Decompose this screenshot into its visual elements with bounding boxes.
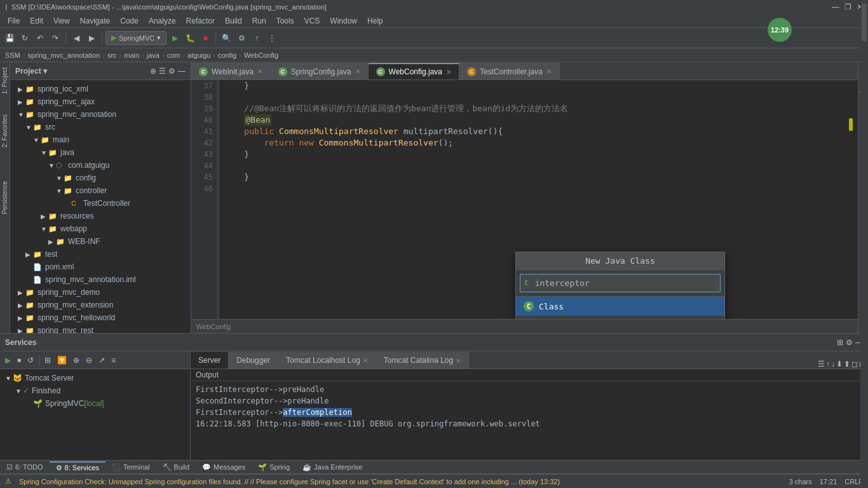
toolbar-undo[interactable]: ↶ — [33, 31, 47, 45]
menu-file[interactable]: File — [3, 15, 25, 27]
services-toolbar-filter[interactable]: 🔽 — [55, 355, 69, 366]
tree-item-webinf[interactable]: ▶ 📁 WEB-INF — [10, 235, 191, 248]
toolbar-vcs[interactable]: ↑ — [250, 31, 264, 45]
menu-analyze[interactable]: Analyze — [144, 15, 181, 27]
breadcrumb-ssm[interactable]: SSM — [5, 51, 20, 59]
toolbar-search[interactable]: 🔍 — [219, 31, 233, 45]
log-tab-tomcat-localhost[interactable]: Tomcat Localhost Log ✕ — [278, 352, 376, 369]
run-config-dropdown[interactable]: ▶ SpringMVC ▾ — [105, 31, 166, 45]
toolbar-forward[interactable]: ▶ — [85, 31, 98, 45]
services-toolbar-stop[interactable]: ■ — [15, 355, 24, 365]
services-toolbar-move[interactable]: ↗ — [96, 355, 107, 366]
log-toolbar-icon4[interactable]: ⬇ — [836, 360, 843, 369]
services-icon-layout[interactable]: ⊞ — [837, 338, 843, 347]
sidebar-tab-persistence[interactable]: Persistence — [0, 179, 10, 217]
panel-icon-settings[interactable]: ⚙ — [168, 67, 175, 76]
menu-run[interactable]: Run — [247, 15, 271, 27]
menu-build[interactable]: Build — [220, 15, 247, 27]
toolbar-redo[interactable]: ↷ — [48, 31, 62, 45]
menu-help[interactable]: Help — [362, 15, 388, 27]
services-tree-springmvc[interactable]: 🌱 SpringMVC [local] — [0, 397, 190, 410]
tree-item-spring-ajax[interactable]: ▶ 📁 spring_mvc_ajax — [10, 95, 191, 108]
panel-icon-locate[interactable]: ⊕ — [150, 67, 156, 76]
panel-icon-minimize[interactable]: — — [178, 67, 186, 76]
toolbar-stop[interactable]: ■ — [198, 31, 212, 45]
toolbar-run[interactable]: ▶ — [168, 31, 182, 45]
tree-item-extension[interactable]: ▶ 📁 spring_mvc_extension — [10, 299, 191, 311]
toolbar-settings[interactable]: ⚙ — [234, 31, 248, 45]
title-bar-right[interactable]: — ❐ ✕ — [832, 3, 863, 11]
log-tab-tomcat-localhost-close[interactable]: ✕ — [363, 357, 368, 364]
menu-code[interactable]: Code — [115, 15, 144, 27]
minimize-button[interactable]: — — [832, 3, 839, 11]
tree-item-com-atguigu[interactable]: ▼ ⬡ com.atguigu — [10, 159, 191, 172]
services-toolbar-log[interactable]: ≡ — [109, 355, 118, 366]
menu-refactor[interactable]: Refactor — [181, 15, 220, 27]
tab-close-webinit[interactable]: ✕ — [257, 68, 262, 75]
tab-close-webconfig[interactable]: ✕ — [446, 69, 451, 76]
services-toolbar-group[interactable]: ⊞ — [42, 355, 53, 366]
tree-item-rest[interactable]: ▶ 📁 spring_mvc_rest — [10, 324, 191, 333]
tab-webconfig[interactable]: C WebConfig.java ✕ — [369, 63, 460, 79]
bottom-tab-terminal[interactable]: ⬛ Terminal — [105, 462, 156, 473]
tree-item-iml[interactable]: 📄 spring_mvc_annotation.iml — [10, 273, 191, 286]
tree-item-resources[interactable]: ▶ 📁 resources — [10, 210, 191, 222]
log-toolbar-icon1[interactable]: ☰ — [818, 360, 825, 369]
panel-icon-expand[interactable]: ☰ — [159, 67, 166, 76]
breadcrumb-main[interactable]: main — [124, 51, 139, 59]
breadcrumb-java[interactable]: java — [147, 51, 159, 59]
menu-vcs[interactable]: VCS — [299, 15, 325, 27]
toolbar-back[interactable]: ◀ — [69, 31, 83, 45]
services-toolbar-collapse[interactable]: ⊖ — [83, 355, 95, 366]
tab-springconfig[interactable]: C SpringConfig.java ✕ — [271, 63, 369, 79]
tree-item-controller[interactable]: ▼ 📁 controller — [10, 184, 191, 197]
log-tab-tomcat-catalina-close[interactable]: ✕ — [456, 357, 461, 364]
log-toolbar-icon6[interactable]: ◻ — [851, 360, 858, 369]
tab-webinit[interactable]: C WebInit.java ✕ — [191, 63, 271, 79]
log-tab-tomcat-catalina[interactable]: Tomcat Catalina Log ✕ — [376, 352, 469, 369]
toolbar-sync[interactable]: ↻ — [18, 31, 32, 45]
menu-tools[interactable]: Tools — [271, 15, 299, 27]
dialog-name-input[interactable] — [531, 276, 716, 290]
tree-item-spring-ioc[interactable]: ▶ 📁 spring_ioc_xml — [10, 83, 191, 95]
breadcrumb-config[interactable]: config — [218, 51, 236, 59]
dialog-item-interface[interactable]: I Interface — [516, 316, 724, 319]
toolbar-more[interactable]: ⋮ — [265, 31, 279, 45]
tree-item-spring-annotation[interactable]: ▼ 📁 spring_mvc_annotation — [10, 108, 191, 121]
tab-testcontroller[interactable]: C TestController.java ✕ — [459, 63, 560, 79]
bottom-tab-java-enterprise[interactable]: ☕ Java Enterprise — [296, 462, 369, 473]
tab-close-testcontroller[interactable]: ✕ — [546, 68, 552, 75]
tree-item-webapp[interactable]: ▼ 📁 webapp — [10, 222, 191, 235]
bottom-tab-messages[interactable]: 💬 Messages — [196, 462, 252, 473]
tree-item-config[interactable]: ▼ 📁 config — [10, 172, 191, 184]
sidebar-tab-favorites[interactable]: 2: Favorites — [0, 112, 10, 150]
menu-edit[interactable]: Edit — [25, 15, 48, 27]
breadcrumb-com[interactable]: com — [167, 51, 180, 59]
tree-item-main[interactable]: ▼ 📁 main — [10, 133, 191, 146]
tree-item-java[interactable]: ▼ 📁 java — [10, 146, 191, 159]
bottom-tab-spring[interactable]: 🌱 Spring — [252, 462, 296, 473]
bottom-tab-todo[interactable]: ☑ 6: TODO — [0, 462, 50, 473]
log-tab-debugger[interactable]: Debugger — [229, 352, 278, 369]
sidebar-tab-project[interactable]: 1: Project — [0, 65, 10, 97]
tree-item-src[interactable]: ▼ 📁 src — [10, 121, 191, 133]
toolbar-save-all[interactable]: 💾 — [3, 31, 17, 45]
breadcrumb-atguigu[interactable]: atguigu — [187, 51, 210, 59]
bottom-tab-build[interactable]: 🔨 Build — [156, 462, 196, 473]
services-toolbar-restart[interactable]: ↺ — [25, 355, 36, 366]
services-toolbar-run[interactable]: ▶ — [3, 355, 13, 366]
log-toolbar-icon3[interactable]: ↓ — [831, 360, 835, 369]
menu-window[interactable]: Window — [325, 15, 362, 27]
tree-item-pom[interactable]: 📄 pom.xml — [10, 261, 191, 273]
tree-item-helloworld[interactable]: ▶ 📁 spring_mvc_helloworld — [10, 311, 191, 324]
bottom-tab-services[interactable]: ⚙ 8: Services — [50, 461, 105, 473]
tree-item-test[interactable]: ▶ 📁 test — [10, 248, 191, 261]
menu-navigate[interactable]: Navigate — [75, 15, 115, 27]
dialog-input-area[interactable]: C — [516, 270, 724, 297]
code-editor[interactable]: 37 38 39 40 41 42 43 44 45 46 } //@Bean注… — [191, 80, 858, 319]
toolbar-debug[interactable]: 🐛 — [183, 31, 197, 45]
tree-item-testcontroller[interactable]: C TestController — [10, 197, 191, 210]
tab-close-springconfig[interactable]: ✕ — [355, 68, 360, 75]
log-toolbar-icon2[interactable]: ↑ — [826, 360, 830, 369]
services-tree-finished[interactable]: ▼ ✓ Finished — [0, 384, 190, 397]
